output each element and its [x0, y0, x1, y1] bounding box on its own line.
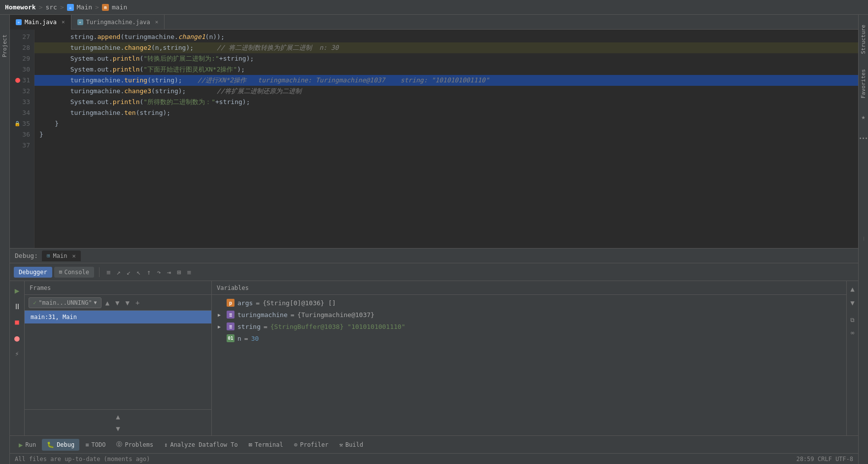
debug-toolbar: Debugger ⊞ Console ≡ ↗ ↙ ↖ ↑ ↷ ⇥ ⊞ ≡: [10, 263, 858, 281]
favorites-sidebar-label: Favorites: [860, 69, 867, 99]
debug-content: ▶ ⏸ ■ ● ⚡ Frames ✓ "main...UNNING": [10, 281, 858, 435]
profiler-btn[interactable]: ⊙ Profiler: [289, 439, 334, 451]
editor-tabs: ☕ Main.java ✕ ☕ Turingmachine.java ✕: [10, 15, 858, 30]
editor-area: ☕ Main.java ✕ ☕ Turingmachine.java ✕ 27 …: [10, 15, 858, 464]
var-turingmachine-name: turingmachine: [237, 311, 288, 319]
frame-label: main:31, Main: [31, 314, 77, 321]
run-btn[interactable]: ▶ Run: [14, 438, 41, 451]
var-side-scroll-up[interactable]: ▲: [848, 283, 856, 295]
terminal-btn[interactable]: ⊠ Terminal: [244, 439, 288, 451]
frames-filter-icon[interactable]: ▼: [124, 297, 132, 309]
var-string[interactable]: ▶ ≡ string = {StringBuffer@1038} "101010…: [212, 321, 846, 332]
title-bar: Homework > src > ☕ Main > m main: [0, 0, 868, 15]
toolbar-step-over-icon[interactable]: ↗: [114, 266, 122, 278]
rerun-icon[interactable]: ●: [12, 332, 23, 343]
dots-more-icon: •••: [859, 136, 868, 141]
pause-icon[interactable]: ⏸: [12, 301, 23, 312]
problems-label: Problems: [125, 441, 153, 448]
debugger-tab-btn[interactable]: Debugger: [14, 267, 52, 278]
analyze-btn[interactable]: ↕ Analyze Dataflow To: [159, 439, 243, 451]
code-editor[interactable]: 27 28 29 30 31 32 33 34 🔒 35 36 37: [10, 30, 858, 248]
console-tab-btn[interactable]: ⊞ Console: [54, 267, 94, 278]
profiler-icon: ⊙: [294, 441, 298, 448]
console-label: Console: [64, 269, 89, 276]
frames-scroll-up-icon[interactable]: ▲: [114, 411, 122, 423]
frames-filter-down-icon[interactable]: ▼: [113, 297, 121, 309]
code-line-31: turingmachine.turing(string); //进行XN*2操作…: [34, 75, 858, 86]
method-label: main: [112, 3, 127, 11]
debug-left-icons: ▶ ⏸ ■ ● ⚡: [10, 281, 25, 435]
toolbar-evaluate-icon[interactable]: ↷: [155, 266, 163, 278]
line-num-35: 🔒 35: [12, 118, 30, 129]
var-string-type-icon: ≡: [227, 322, 234, 330]
var-turingmachine-expand[interactable]: ▶: [218, 312, 224, 318]
tab-main-java-close[interactable]: ✕: [62, 19, 65, 25]
line-num-28: 28: [12, 42, 30, 53]
var-args[interactable]: p args = {String[0]@1036} []: [212, 297, 846, 309]
var-side-copy-icon[interactable]: ⧉: [848, 315, 857, 325]
debug-header: Debug: ⊞ Main ✕: [10, 249, 858, 263]
build-btn[interactable]: ⚒ Build: [334, 439, 368, 451]
frames-panel: Frames ✓ "main...UNNING" ▼ ▲ ▼ ▼ +: [25, 281, 212, 435]
toolbar-step-into-icon[interactable]: ↙: [125, 266, 133, 278]
tab-main-java-label: Main.java: [25, 19, 57, 26]
var-string-expand[interactable]: ▶: [218, 324, 224, 329]
debug-tab-icon: 🐛: [47, 441, 54, 448]
analyze-icon: ↕: [164, 441, 167, 448]
bottom-toolbar: ▶ Run 🐛 Debug ≡ TODO ⓪ Problems ↕ Analyz…: [10, 435, 858, 453]
status-left: All files are up-to-date (moments ago): [15, 456, 150, 463]
line-num-34: 34: [12, 107, 30, 118]
debug-btn[interactable]: 🐛 Debug: [42, 439, 79, 451]
breadcrumb: Homework > src > ☕ Main > m main: [5, 3, 127, 11]
code-line-33: System.out.println("所得数的二进制数为："+string);: [34, 97, 858, 107]
src-label: src: [45, 3, 57, 11]
problems-btn[interactable]: ⓪ Problems: [111, 438, 158, 451]
dropdown-arrow-icon: ▼: [94, 300, 97, 305]
var-n[interactable]: 01 n = 30: [212, 332, 846, 344]
var-side-scroll-down[interactable]: ▼: [848, 297, 856, 309]
tab-main-java[interactable]: ☕ Main.java ✕: [10, 15, 71, 30]
toolbar-lines-icon[interactable]: ≡: [104, 266, 112, 278]
thread-check-icon: ✓: [33, 299, 36, 306]
line-numbers: 27 28 29 30 31 32 33 34 🔒 35 36 37: [10, 30, 34, 248]
status-bar: All files are up-to-date (moments ago) 2…: [10, 453, 858, 464]
tab-turingmachine-java[interactable]: ☕ Turingmachine.java ✕: [71, 15, 165, 30]
frame-list: main:31, Main: [25, 311, 211, 409]
code-line-30: System.out.println("下面开始进行图灵机XN*2操作");: [34, 64, 858, 75]
line-num-33: 33: [12, 97, 30, 107]
todo-btn[interactable]: ≡ TODO: [80, 439, 110, 451]
toolbar-settings-icon[interactable]: ≡: [185, 266, 193, 278]
var-n-type-icon: 01: [227, 334, 234, 342]
star-icon: ★: [861, 113, 865, 121]
debug-session-close[interactable]: ✕: [72, 252, 76, 259]
frames-add-icon[interactable]: +: [134, 297, 141, 309]
code-line-28: turingmachine.change2(n,string); // 将二进制…: [34, 42, 858, 53]
var-side-watch-icon[interactable]: ∞: [849, 327, 856, 338]
toolbar-step-out-icon[interactable]: ↖: [134, 266, 142, 278]
code-content[interactable]: string.append(turingmachine.change1(n));…: [34, 30, 858, 248]
stop-icon[interactable]: ■: [12, 317, 23, 327]
breakpoint-icon-31[interactable]: [15, 78, 20, 83]
var-turingmachine[interactable]: ▶ ≡ turingmachine = {Turingmachine@1037}: [212, 309, 846, 321]
thread-dropdown[interactable]: ✓ "main...UNNING" ▼: [29, 297, 101, 308]
todo-icon: ≡: [85, 441, 89, 448]
variables-panel: Variables p args = {String[0]@1036} []: [212, 281, 846, 435]
toolbar-watch-icon[interactable]: ⊞: [175, 266, 183, 278]
line-num-30: 30: [12, 64, 30, 75]
diagnostics-icon[interactable]: ⚡: [12, 348, 23, 359]
frame-item-main[interactable]: main:31, Main: [25, 311, 211, 323]
code-line-32: turingmachine.change3(string); //将扩展二进制还…: [34, 86, 858, 97]
main-java-icon: ☕: [67, 4, 74, 11]
frames-filter-up-icon[interactable]: ▲: [103, 297, 111, 309]
frames-scroll-down-icon[interactable]: ▼: [114, 423, 122, 434]
toolbar-run-to-cursor-icon[interactable]: ↑: [145, 266, 153, 278]
sep2: >: [60, 3, 64, 11]
tab-turingmachine-close[interactable]: ✕: [155, 19, 159, 25]
toolbar-trace-icon[interactable]: ⇥: [165, 266, 173, 278]
debug-session-tab[interactable]: ⊞ Main ✕: [42, 250, 81, 261]
debug-label: Debug:: [15, 252, 38, 259]
profiler-label: Profiler: [300, 441, 329, 448]
resume-icon[interactable]: ▶: [12, 285, 23, 296]
run-icon: ▶: [19, 441, 23, 449]
var-turingmachine-eq: =: [291, 311, 295, 319]
